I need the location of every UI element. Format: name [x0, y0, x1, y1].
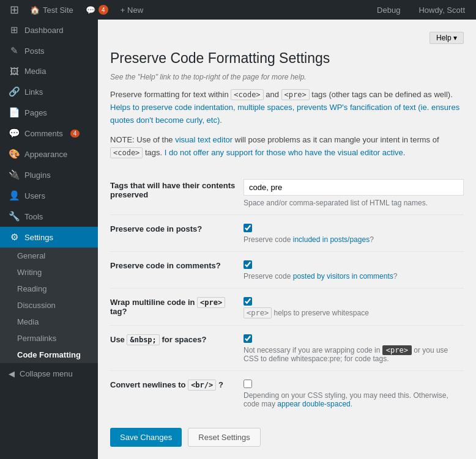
field-value-convert-newlines: Depending on your CSS styling, you may n…: [244, 370, 464, 416]
topbar: ⊞ 🏠 Test Site 💬 4 + New Debug Howdy, Sco…: [0, 0, 476, 20]
reset-button[interactable]: Reset Settings: [188, 428, 261, 447]
field-label-preserve-posts: Preserve code in posts?: [110, 215, 244, 251]
sidebar-item-label: Appearance: [24, 150, 67, 159]
sidebar-item-plugins[interactable]: 🔌 Plugins: [0, 164, 98, 185]
tools-icon: 🔧: [9, 211, 20, 222]
page-title: Preserve Code Formatting Settings: [110, 50, 464, 67]
preserve-comments-row: [244, 259, 464, 269]
sidebar-item-label: Comments: [24, 129, 63, 138]
submenu-writing[interactable]: Writing: [0, 264, 98, 281]
main-content: Help ▾ Preserve Code Formatting Settings…: [98, 20, 476, 459]
settings-icon: ⚙: [9, 232, 20, 243]
convert-newlines-hint: Depending on your CSS styling, you may n…: [244, 391, 464, 408]
field-wrap-pre: Wrap multiline code in <pre> tag? <pre> …: [110, 288, 464, 325]
sidebar-item-label: Links: [24, 87, 43, 97]
preserve-posts-row: [244, 222, 464, 232]
sidebar-item-links[interactable]: 🔗 Links: [0, 81, 98, 102]
field-preserve-comments: Preserve code in comments? Preserve code…: [110, 251, 464, 288]
field-value-preserve-comments: Preserve code posted by visitors in comm…: [244, 251, 464, 288]
submenu-code-formatting[interactable]: Code Formatting: [0, 347, 98, 363]
sidebar-item-dashboard[interactable]: ⊞ Dashboard: [0, 20, 98, 40]
field-value-preserved-tags: Space and/or comma-separated list of HTM…: [244, 172, 464, 215]
users-icon: 👤: [9, 190, 20, 201]
convert-newlines-row: [244, 378, 464, 388]
settings-form: Tags that will have their contents prese…: [110, 172, 464, 416]
sidebar-item-label: Tools: [24, 212, 43, 221]
help-description: See the "Help" link to the top-right of …: [110, 73, 464, 81]
sidebar-item-users[interactable]: 👤 Users: [0, 185, 98, 206]
media-icon: 🖼: [9, 66, 20, 76]
new-content-button[interactable]: + New: [114, 6, 149, 15]
settings-submenu: General Writing Reading Discussion Media…: [0, 248, 98, 363]
sidebar-item-pages[interactable]: 📄 Pages: [0, 102, 98, 123]
wp-logo-icon[interactable]: ⊞: [5, 3, 24, 17]
comments-count-badge: 4: [99, 5, 108, 15]
dashboard-icon: ⊞: [9, 24, 20, 35]
sidebar-item-settings[interactable]: ⚙ Settings: [0, 227, 98, 248]
wrap-pre-hint: <pre> helps to preserve whitespace: [244, 309, 464, 317]
comments-icon: 💬: [9, 128, 20, 139]
topbar-right: Debug Howdy, Scott: [371, 6, 471, 15]
submenu-general[interactable]: General: [0, 248, 98, 264]
sidebar-item-label: Users: [24, 191, 45, 200]
submenu-permalinks[interactable]: Permalinks: [0, 330, 98, 347]
use-nbsp-checkbox[interactable]: [244, 334, 252, 343]
site-name: Test Site: [43, 6, 73, 15]
preserve-comments-hint: Preserve code posted by visitors in comm…: [244, 272, 464, 281]
use-nbsp-hint: Not necessary if you are wrapping code i…: [244, 346, 464, 363]
preserved-tags-hint: Space and/or comma-separated list of HTM…: [244, 199, 464, 207]
sidebar-item-label: Media: [24, 67, 46, 76]
submenu-reading[interactable]: Reading: [0, 281, 98, 297]
preserve-posts-checkbox[interactable]: [244, 224, 252, 232]
plugins-icon: 🔌: [9, 169, 20, 180]
field-convert-newlines: Convert newlines to <br/> ? Depending on…: [110, 370, 464, 416]
wrap-pre-checkbox[interactable]: [244, 297, 252, 306]
collapse-label: Collapse menu: [20, 369, 73, 378]
field-label-preserve-comments: Preserve code in comments?: [110, 251, 244, 288]
field-label-use-nbsp: Use &nbsp; for spaces?: [110, 325, 244, 370]
sidebar-item-tools[interactable]: 🔧 Tools: [0, 206, 98, 227]
submenu-discussion[interactable]: Discussion: [0, 297, 98, 314]
site-link[interactable]: 🏠 Test Site: [24, 6, 80, 15]
preserved-tags-input[interactable]: [244, 179, 464, 196]
preserve-posts-hint: Preserve code included in posts/pages?: [244, 235, 464, 244]
save-button[interactable]: Save Changes: [110, 428, 182, 447]
field-use-nbsp: Use &nbsp; for spaces? Not necessary if …: [110, 325, 464, 370]
sidebar-item-label: Settings: [24, 233, 53, 242]
main-description: Preserve formatting for text within <cod…: [110, 89, 464, 127]
sidebar-menu: ⊞ Dashboard ✎ Posts 🖼 Media 🔗 Links 📄 Pa…: [0, 20, 98, 248]
posts-icon: ✎: [9, 45, 20, 56]
user-menu[interactable]: Howdy, Scott: [412, 6, 471, 15]
wrap-pre-row: [244, 296, 464, 306]
collapse-icon: ◀: [9, 369, 15, 378]
sidebar-item-appearance[interactable]: 🎨 Appearance: [0, 144, 98, 164]
sidebar: ⊞ Dashboard ✎ Posts 🖼 Media 🔗 Links 📄 Pa…: [0, 20, 98, 459]
note-description: NOTE: Use of the visual text editor will…: [110, 134, 464, 160]
help-bar: Help ▾: [110, 32, 464, 44]
comments-badge: 4: [70, 130, 80, 138]
links-icon: 🔗: [9, 86, 20, 97]
home-icon: 🏠: [30, 6, 40, 15]
main-inner: Help ▾ Preserve Code Formatting Settings…: [98, 20, 476, 459]
appearance-icon: 🎨: [9, 149, 20, 160]
field-label-preserved-tags: Tags that will have their contents prese…: [110, 172, 244, 215]
convert-newlines-checkbox[interactable]: [244, 380, 252, 388]
field-value-preserve-posts: Preserve code included in posts/pages?: [244, 215, 464, 251]
sidebar-item-comments[interactable]: 💬 Comments 4: [0, 123, 98, 144]
field-label-convert-newlines: Convert newlines to <br/> ?: [110, 370, 244, 416]
sidebar-item-label: Dashboard: [24, 26, 64, 35]
comments-link[interactable]: 💬 4: [80, 5, 114, 15]
layout: ⊞ Dashboard ✎ Posts 🖼 Media 🔗 Links 📄 Pa…: [0, 20, 476, 459]
collapse-menu-button[interactable]: ◀ Collapse menu: [0, 363, 98, 384]
sidebar-item-posts[interactable]: ✎ Posts: [0, 40, 98, 61]
preserve-comments-checkbox[interactable]: [244, 260, 252, 269]
debug-link[interactable]: Debug: [371, 6, 406, 15]
new-label: + New: [121, 6, 143, 15]
sidebar-item-media[interactable]: 🖼 Media: [0, 61, 98, 81]
help-button[interactable]: Help ▾: [430, 32, 464, 44]
submenu-media[interactable]: Media: [0, 314, 98, 330]
field-value-use-nbsp: Not necessary if you are wrapping code i…: [244, 325, 464, 370]
sidebar-item-label: Plugins: [24, 171, 51, 180]
use-nbsp-row: [244, 333, 464, 343]
comment-icon: 💬: [86, 6, 95, 15]
